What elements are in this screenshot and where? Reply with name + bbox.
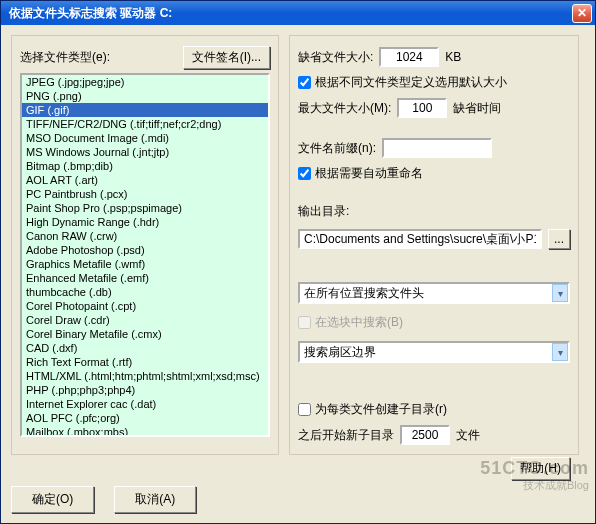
list-item[interactable]: TIFF/NEF/CR2/DNG (.tif;tiff;nef;cr2;dng) bbox=[22, 117, 268, 131]
sector-boundary-combo[interactable]: 搜索扇区边界 ▾ bbox=[298, 341, 570, 363]
max-size-unit: 缺省时间 bbox=[453, 100, 501, 117]
list-item[interactable]: MSO Document Image (.mdi) bbox=[22, 131, 268, 145]
list-item[interactable]: PNG (.png) bbox=[22, 89, 268, 103]
max-size-label: 最大文件大小(M): bbox=[298, 100, 391, 117]
close-button[interactable]: ✕ bbox=[572, 4, 592, 23]
new-subdir-unit: 文件 bbox=[456, 427, 480, 444]
help-button[interactable]: 帮助(H) bbox=[511, 457, 570, 480]
list-item[interactable]: MS Windows Journal (.jnt;jtp) bbox=[22, 145, 268, 159]
list-item[interactable]: GIF (.gif) bbox=[22, 103, 268, 117]
new-subdir-label: 之后开始新子目录 bbox=[298, 427, 394, 444]
file-types-listbox[interactable]: JPEG (.jpg;jpeg;jpe)PNG (.png)GIF (.gif)… bbox=[20, 73, 270, 437]
prefix-input[interactable] bbox=[382, 138, 492, 158]
output-dir-input[interactable] bbox=[298, 229, 542, 249]
max-size-input[interactable] bbox=[397, 98, 447, 118]
prefix-label: 文件名前缀(n): bbox=[298, 140, 376, 157]
auto-rename-label[interactable]: 根据需要自动重命名 bbox=[315, 165, 423, 182]
list-item[interactable]: Canon RAW (.crw) bbox=[22, 229, 268, 243]
client-area: 选择文件类型(e): 文件签名(I)... JPEG (.jpg;jpeg;jp… bbox=[1, 25, 595, 465]
list-item[interactable]: Corel Binary Metafile (.cmx) bbox=[22, 327, 268, 341]
list-item[interactable]: CAD (.dxf) bbox=[22, 341, 268, 355]
list-item[interactable]: High Dynamic Range (.hdr) bbox=[22, 215, 268, 229]
list-item[interactable]: Rich Text Format (.rtf) bbox=[22, 355, 268, 369]
chevron-down-icon: ▾ bbox=[552, 343, 568, 361]
use-type-defaults-label[interactable]: 根据不同文件类型定义选用默认大小 bbox=[315, 74, 507, 91]
use-type-defaults-checkbox[interactable] bbox=[298, 76, 311, 89]
list-item[interactable]: PHP (.php;php3;php4) bbox=[22, 383, 268, 397]
sector-boundary-value: 搜索扇区边界 bbox=[304, 344, 376, 361]
output-dir-label: 输出目录: bbox=[298, 203, 349, 220]
list-item[interactable]: PC Paintbrush (.pcx) bbox=[22, 187, 268, 201]
default-size-unit: KB bbox=[445, 50, 461, 64]
list-item[interactable]: Graphics Metafile (.wmf) bbox=[22, 257, 268, 271]
list-item[interactable]: Internet Explorer cac (.dat) bbox=[22, 397, 268, 411]
select-types-label: 选择文件类型(e): bbox=[20, 49, 110, 66]
title-bar[interactable]: 依据文件头标志搜索 驱动器 C: ✕ bbox=[1, 1, 595, 25]
bottom-button-bar: 确定(O) 取消(A) bbox=[11, 486, 585, 513]
options-group: 缺省文件大小: KB 根据不同文件类型定义选用默认大小 最大文件大小(M): 缺… bbox=[289, 35, 579, 455]
search-scope-combo[interactable]: 在所有位置搜索文件头 ▾ bbox=[298, 282, 570, 304]
list-item[interactable]: JPEG (.jpg;jpeg;jpe) bbox=[22, 75, 268, 89]
list-item[interactable]: Enhanced Metafile (.emf) bbox=[22, 271, 268, 285]
list-item[interactable]: Corel Draw (.cdr) bbox=[22, 313, 268, 327]
list-item[interactable]: Mailbox (.mbox;mbs) bbox=[22, 425, 268, 437]
create-subdir-checkbox[interactable] bbox=[298, 403, 311, 416]
ok-button[interactable]: 确定(O) bbox=[11, 486, 94, 513]
search-in-selection-label: 在选块中搜索(B) bbox=[315, 314, 403, 331]
search-in-selection-checkbox bbox=[298, 316, 311, 329]
create-subdir-label[interactable]: 为每类文件创建子目录(r) bbox=[315, 401, 447, 418]
file-signatures-button[interactable]: 文件签名(I)... bbox=[183, 46, 270, 69]
list-item[interactable]: AOL ART (.art) bbox=[22, 173, 268, 187]
file-types-group: 选择文件类型(e): 文件签名(I)... JPEG (.jpg;jpeg;jp… bbox=[11, 35, 279, 455]
default-size-input[interactable] bbox=[379, 47, 439, 67]
auto-rename-checkbox[interactable] bbox=[298, 167, 311, 180]
chevron-down-icon: ▾ bbox=[552, 284, 568, 302]
window-title: 依据文件头标志搜索 驱动器 C: bbox=[9, 5, 172, 22]
browse-button[interactable]: ... bbox=[548, 229, 570, 249]
dialog-window: 依据文件头标志搜索 驱动器 C: ✕ 选择文件类型(e): 文件签名(I)...… bbox=[0, 0, 596, 524]
list-item[interactable]: AOL PFC (.pfc;org) bbox=[22, 411, 268, 425]
list-item[interactable]: Paint Shop Pro (.psp;pspimage) bbox=[22, 201, 268, 215]
search-scope-value: 在所有位置搜索文件头 bbox=[304, 285, 424, 302]
list-item[interactable]: thumbcache (.db) bbox=[22, 285, 268, 299]
cancel-button[interactable]: 取消(A) bbox=[114, 486, 196, 513]
default-size-label: 缺省文件大小: bbox=[298, 49, 373, 66]
new-subdir-input[interactable] bbox=[400, 425, 450, 445]
list-item[interactable]: Adobe Photoshop (.psd) bbox=[22, 243, 268, 257]
list-item[interactable]: Corel Photopaint (.cpt) bbox=[22, 299, 268, 313]
list-item[interactable]: Bitmap (.bmp;dib) bbox=[22, 159, 268, 173]
list-item[interactable]: HTML/XML (.html;htm;phtml;shtml;xml;xsd;… bbox=[22, 369, 268, 383]
